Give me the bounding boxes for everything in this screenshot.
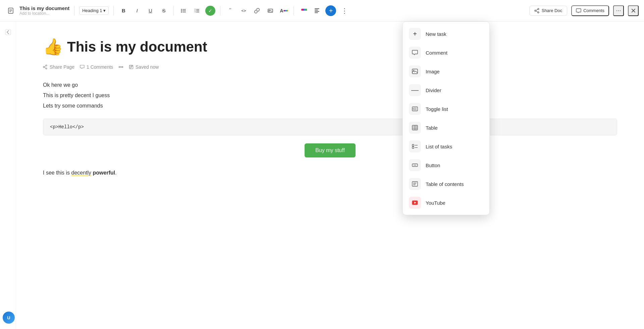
- bullet-list-button[interactable]: [178, 6, 189, 16]
- menu-item-image[interactable]: Image: [403, 62, 489, 81]
- toolbar-divider-2: [113, 6, 114, 15]
- menu-item-button-label: Button: [426, 162, 440, 168]
- comments-count-label: 1 Comments: [87, 64, 113, 70]
- menu-item-youtube[interactable]: YouTube: [403, 193, 489, 212]
- doc-subtitle: Add to location...: [19, 11, 69, 16]
- close-icon: ✕: [631, 7, 636, 15]
- doc-meta: Share Page 1 Comments •••: [43, 64, 617, 70]
- toolbar-divider-5: [293, 6, 294, 15]
- heading-select-label: Heading 1: [82, 8, 102, 13]
- image-icon: [409, 65, 421, 77]
- doc-heading: 👍 This is my document: [43, 38, 617, 56]
- rich-text-prefix: I see this is: [43, 170, 71, 176]
- menu-item-comment-label: Comment: [426, 50, 447, 56]
- svg-point-36: [413, 70, 414, 71]
- bold-button[interactable]: B: [118, 6, 128, 16]
- insert-dropdown-menu: + New task Comment Image — Divid: [402, 21, 490, 215]
- code-block: <p>Hello</p>: [43, 119, 617, 135]
- svg-point-24: [538, 12, 539, 13]
- share-doc-button[interactable]: Share Doc: [529, 6, 567, 16]
- back-icon[interactable]: [3, 27, 13, 38]
- svg-text:3.: 3.: [195, 11, 196, 13]
- align-button[interactable]: [312, 6, 322, 16]
- code-content: <p>Hello</p>: [50, 124, 84, 130]
- plus-icon: +: [329, 7, 333, 14]
- paragraph-1: Ok here we go: [43, 80, 617, 89]
- svg-line-31: [44, 66, 46, 67]
- buy-button[interactable]: Buy my stuff: [305, 143, 356, 157]
- menu-item-list-of-tasks[interactable]: List of tasks: [403, 137, 489, 156]
- svg-point-6: [181, 10, 182, 11]
- rich-paragraph: I see this is decently powerful.: [43, 168, 617, 177]
- link-button[interactable]: [252, 6, 262, 16]
- more-meta-button[interactable]: •••: [118, 64, 123, 70]
- share-page-label: Share Page: [50, 64, 74, 70]
- doc-content: 👍 This is my document Share Page: [16, 21, 644, 329]
- bold-word: powerful: [93, 170, 115, 176]
- check-button[interactable]: ✓: [205, 6, 215, 16]
- menu-item-divider-label: Divider: [426, 87, 441, 93]
- strikethrough-button[interactable]: S: [159, 6, 169, 16]
- comments-button[interactable]: Comments: [571, 5, 609, 16]
- saved-now-label: Saved now: [136, 64, 159, 70]
- menu-item-list-of-tasks-label: List of tasks: [426, 144, 452, 149]
- numbered-list-button[interactable]: 1. 2. 3.: [192, 6, 202, 16]
- svg-point-28: [46, 65, 47, 66]
- youtube-icon: [409, 197, 421, 209]
- svg-line-26: [536, 11, 538, 12]
- share-doc-label: Share Doc: [542, 8, 562, 13]
- menu-item-table-of-contents[interactable]: Table of contents: [403, 175, 489, 193]
- more-meta-label: •••: [118, 64, 123, 70]
- svg-line-32: [44, 67, 46, 68]
- svg-rect-40: [412, 125, 418, 130]
- svg-point-4: [181, 9, 182, 10]
- heading-select[interactable]: Heading 1 ▾: [79, 6, 109, 15]
- toolbar-divider-3: [173, 6, 174, 15]
- table-of-contents-icon: [409, 178, 421, 190]
- underline-text: decently: [71, 170, 91, 176]
- chevron-down-icon: ▾: [103, 8, 106, 13]
- document-window: This is my document Add to location... H…: [0, 0, 644, 329]
- more-options-button[interactable]: ···: [613, 5, 624, 16]
- menu-item-table[interactable]: Table: [403, 118, 489, 137]
- more-icon: ···: [616, 7, 621, 14]
- italic-button[interactable]: I: [132, 6, 142, 16]
- text-color-button[interactable]: A: [279, 6, 289, 16]
- menu-item-new-task[interactable]: + New task: [403, 24, 489, 43]
- color-users-button[interactable]: [299, 6, 309, 16]
- menu-item-comment[interactable]: Comment: [403, 43, 489, 62]
- menu-item-table-of-contents-label: Table of contents: [426, 181, 464, 187]
- more-toolbar-button[interactable]: ⋮: [339, 6, 350, 16]
- new-task-icon: +: [409, 28, 421, 40]
- doc-icon: [5, 5, 16, 16]
- menu-item-toggle-list-label: Toggle list: [426, 106, 448, 112]
- sidebar-left: [0, 21, 16, 329]
- button-icon: [409, 159, 421, 171]
- blockquote-button[interactable]: ": [225, 6, 235, 16]
- toolbar-left: This is my document Add to location... H…: [5, 5, 527, 16]
- svg-point-22: [538, 8, 539, 10]
- code-button[interactable]: <>: [238, 6, 249, 16]
- menu-item-table-label: Table: [426, 125, 438, 131]
- close-button[interactable]: ✕: [628, 5, 639, 16]
- svg-point-29: [43, 66, 45, 68]
- svg-point-8: [181, 11, 182, 12]
- list-of-tasks-icon: [409, 140, 421, 152]
- toolbar-divider-4: [220, 6, 220, 15]
- table-icon: [409, 122, 421, 134]
- menu-item-toggle-list[interactable]: Toggle list: [403, 100, 489, 118]
- doc-title-group: This is my document Add to location...: [19, 5, 69, 16]
- media-button[interactable]: [265, 6, 275, 16]
- add-content-button[interactable]: +: [325, 5, 336, 16]
- menu-item-new-task-label: New task: [426, 31, 446, 37]
- comments-count-button[interactable]: 1 Comments: [80, 64, 113, 70]
- menu-item-divider[interactable]: — Divider: [403, 81, 489, 100]
- svg-rect-33: [129, 65, 133, 69]
- underline-button[interactable]: U: [145, 6, 155, 16]
- user-avatar[interactable]: U: [3, 312, 15, 324]
- toolbar-right: Share Doc Comments ··· ✕: [529, 5, 639, 16]
- menu-item-button[interactable]: Button: [403, 156, 489, 175]
- comment-icon: [409, 47, 421, 59]
- share-page-button[interactable]: Share Page: [43, 64, 74, 70]
- doc-title-heading: This is my document: [67, 39, 207, 55]
